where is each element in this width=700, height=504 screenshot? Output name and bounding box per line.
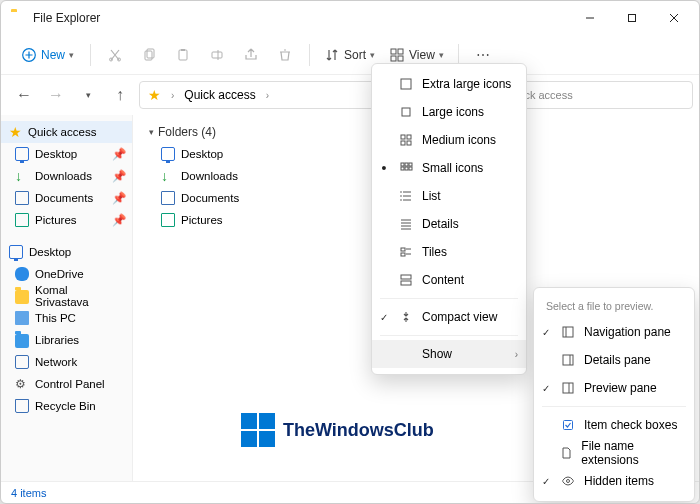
menu-item-content[interactable]: Content <box>372 266 526 294</box>
pin-icon: 📌 <box>112 191 126 205</box>
paste-button[interactable] <box>167 40 199 70</box>
svg-point-34 <box>400 191 402 193</box>
svg-rect-51 <box>563 383 573 393</box>
menu-label: Medium icons <box>422 133 496 147</box>
sidebar-item-onedrive[interactable]: OneDrive <box>1 263 132 285</box>
status-text: 4 items <box>11 487 46 499</box>
menu-item-details-pane[interactable]: Details pane <box>534 346 694 374</box>
menu-item-hidden-items[interactable]: ✓ Hidden items <box>534 467 694 495</box>
copy-button[interactable] <box>133 40 165 70</box>
sidebar-item-libraries[interactable]: Libraries <box>1 329 132 351</box>
minimize-button[interactable] <box>569 4 611 32</box>
selected-dot: • <box>378 161 390 175</box>
back-button[interactable]: ← <box>11 82 37 108</box>
sidebar-item-documents[interactable]: Documents 📌 <box>1 187 132 209</box>
navigation-pane[interactable]: ★ Quick access Desktop 📌 ↓ Downloads 📌 D… <box>1 115 133 481</box>
share-button[interactable] <box>235 40 267 70</box>
svg-rect-25 <box>401 163 404 166</box>
pictures-icon <box>15 213 29 227</box>
menu-item-preview-pane[interactable]: ✓ Preview pane <box>534 374 694 402</box>
star-icon: ★ <box>9 124 22 140</box>
chevron-down-icon: ▾ <box>69 50 74 60</box>
libraries-icon <box>15 334 29 348</box>
svg-rect-43 <box>401 253 405 256</box>
sidebar-item-label: Desktop <box>29 246 71 258</box>
desktop-icon <box>15 147 29 161</box>
svg-rect-20 <box>402 108 410 116</box>
delete-button[interactable] <box>269 40 301 70</box>
show-submenu: Select a file to preview. ✓ Navigation p… <box>533 287 695 502</box>
sidebar-item-label: This PC <box>35 312 76 324</box>
menu-item-list[interactable]: List <box>372 182 526 210</box>
check-icon: ✓ <box>540 327 552 338</box>
svg-point-54 <box>567 480 570 483</box>
menu-item-tiles[interactable]: Tiles <box>372 238 526 266</box>
cut-button[interactable] <box>99 40 131 70</box>
svg-rect-22 <box>407 135 411 139</box>
menu-label: Preview pane <box>584 381 657 395</box>
pin-icon: 📌 <box>112 169 126 183</box>
sidebar-item-desktop[interactable]: Desktop 📌 <box>1 143 132 165</box>
windows-logo-icon <box>241 413 275 447</box>
new-button[interactable]: New ▾ <box>13 40 82 70</box>
menu-item-medium-icons[interactable]: Medium icons <box>372 126 526 154</box>
document-icon <box>15 191 29 205</box>
check-icon: ✓ <box>540 476 552 487</box>
sidebar-item-controlpanel[interactable]: ⚙ Control Panel <box>1 373 132 395</box>
md-icons-icon <box>398 133 414 147</box>
up-button[interactable]: ↑ <box>107 82 133 108</box>
recent-button[interactable]: ▾ <box>75 82 101 108</box>
svg-rect-18 <box>398 56 403 61</box>
svg-rect-29 <box>405 167 408 170</box>
window-title: File Explorer <box>33 11 569 25</box>
chevron-down-icon: ▾ <box>149 127 154 137</box>
watermark-text: TheWindowsClub <box>283 420 434 441</box>
submenu-hint: Select a file to preview. <box>534 294 694 318</box>
svg-rect-24 <box>407 141 411 145</box>
menu-item-navigation-pane[interactable]: ✓ Navigation pane <box>534 318 694 346</box>
sidebar-item-label: Documents <box>35 192 93 204</box>
sm-icons-icon <box>398 161 414 175</box>
svg-rect-47 <box>563 327 573 337</box>
menu-label: Details <box>422 217 459 231</box>
sort-icon <box>324 47 340 63</box>
sidebar-item-network[interactable]: Network <box>1 351 132 373</box>
menu-item-check-boxes[interactable]: Item check boxes <box>534 411 694 439</box>
menu-label: Show <box>422 347 452 361</box>
sidebar-item-user[interactable]: Komal Srivastava <box>1 285 132 307</box>
view-icon <box>389 47 405 63</box>
menu-item-compact-view[interactable]: ✓ Compact view <box>372 303 526 331</box>
search-placeholder: ick access <box>522 89 573 101</box>
menu-item-show[interactable]: Show › <box>372 340 526 368</box>
sidebar-item-pictures[interactable]: Pictures 📌 <box>1 209 132 231</box>
search-input[interactable]: ick access <box>513 81 693 109</box>
gear-icon: ⚙ <box>15 377 29 391</box>
sidebar-item-label: Desktop <box>35 148 77 160</box>
menu-label: Navigation pane <box>584 325 671 339</box>
sidebar-quick-access[interactable]: ★ Quick access <box>1 121 132 143</box>
menu-label: Small icons <box>422 161 483 175</box>
menu-item-file-extensions[interactable]: File name extensions <box>534 439 694 467</box>
close-button[interactable] <box>653 4 695 32</box>
download-icon: ↓ <box>161 169 175 183</box>
sidebar-desktop-root[interactable]: Desktop <box>1 241 132 263</box>
svg-rect-11 <box>179 50 187 60</box>
forward-button[interactable]: → <box>43 82 69 108</box>
chevron-down-icon: ▾ <box>370 50 375 60</box>
menu-item-extra-large-icons[interactable]: Extra large icons <box>372 70 526 98</box>
maximize-button[interactable] <box>611 4 653 32</box>
download-icon: ↓ <box>15 169 29 183</box>
breadcrumb[interactable]: Quick access <box>184 88 255 102</box>
svg-rect-28 <box>401 167 404 170</box>
chevron-right-icon: › <box>515 349 518 360</box>
rename-button[interactable] <box>201 40 233 70</box>
sidebar-item-downloads[interactable]: ↓ Downloads 📌 <box>1 165 132 187</box>
svg-rect-1 <box>629 15 636 22</box>
new-label: New <box>41 48 65 62</box>
menu-item-details[interactable]: Details <box>372 210 526 238</box>
sidebar-item-thispc[interactable]: This PC <box>1 307 132 329</box>
menu-item-small-icons[interactable]: • Small icons <box>372 154 526 182</box>
sidebar-item-recyclebin[interactable]: Recycle Bin <box>1 395 132 417</box>
menu-item-large-icons[interactable]: Large icons <box>372 98 526 126</box>
tiles-icon <box>398 245 414 259</box>
